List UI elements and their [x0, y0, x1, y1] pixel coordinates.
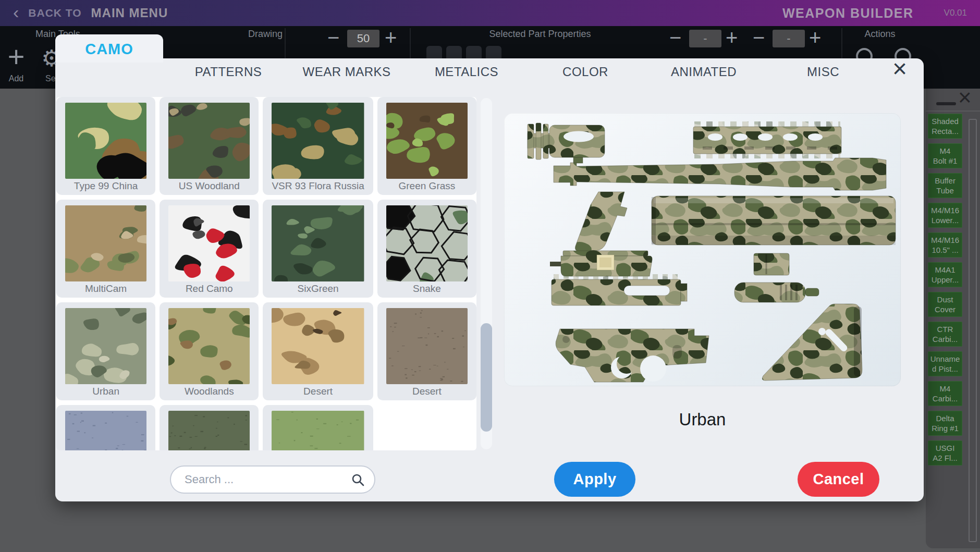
- pistol-grip-part[interactable]: [575, 192, 627, 251]
- buffer-tube-part[interactable]: [652, 196, 896, 245]
- close-icon[interactable]: ×: [884, 56, 915, 82]
- cancel-button[interactable]: Cancel: [798, 462, 879, 497]
- barrel-part[interactable]: [554, 158, 886, 190]
- part-button[interactable]: Buffer Tube: [928, 173, 962, 198]
- apply-button[interactable]: Apply: [554, 462, 635, 497]
- parts-panel-header: ×: [926, 89, 980, 112]
- prop1-decrease-button[interactable]: −: [669, 27, 681, 48]
- part-button[interactable]: M4/M16 10.5" ...: [928, 232, 962, 257]
- camo-tile-label: Desert: [272, 386, 364, 397]
- part-button[interactable]: M4A1 Upper...: [928, 262, 962, 287]
- search-icon[interactable]: [351, 473, 365, 487]
- camo-tile-label: Woodlands: [168, 386, 250, 397]
- grid-scrollbar-thumb[interactable]: [481, 323, 492, 432]
- camo-swatch: [168, 411, 250, 450]
- part-button[interactable]: Unname d Pist...: [928, 351, 962, 376]
- camo-swatch: [65, 411, 146, 450]
- prop1-value[interactable]: -: [689, 30, 721, 47]
- prop1-increase-button[interactable]: +: [726, 27, 738, 48]
- tab-wear-marks[interactable]: WEAR MARKS: [289, 63, 404, 81]
- rail-handguard-part[interactable]: [693, 124, 841, 156]
- part-button[interactable]: USGI A2 Fl...: [928, 440, 962, 465]
- back-chevron-icon[interactable]: ‹: [13, 4, 19, 20]
- camo-swatch: [168, 205, 250, 281]
- tab-patterns[interactable]: PATTERNS: [171, 63, 286, 81]
- part-button[interactable]: M4 Bolt #1: [928, 143, 962, 168]
- ctr-stock-part[interactable]: [762, 304, 862, 381]
- camo-tile[interactable]: Red Camo: [160, 200, 259, 298]
- upper-receiver-part[interactable]: [550, 251, 652, 276]
- dust-cover-part[interactable]: [754, 253, 789, 275]
- camo-tile[interactable]: Woodlands: [160, 302, 259, 400]
- properties-label: Selected Part Properties: [483, 29, 597, 40]
- camo-tile[interactable]: [263, 405, 373, 450]
- camo-swatch: [168, 103, 250, 179]
- part-button[interactable]: M4 Carbi...: [928, 381, 962, 406]
- top-bar: ‹ BACK TO MAIN MENU WEAPON BUILDER V0.01: [0, 0, 980, 26]
- camo-tile-label: Green Grass: [386, 180, 468, 192]
- camo-tile[interactable]: VSR 93 Flora Russia: [263, 97, 373, 195]
- lower-receiver-part[interactable]: [556, 329, 709, 382]
- camo-tile[interactable]: Snake: [377, 200, 476, 298]
- camo-preview-panel: [504, 113, 901, 386]
- prop2-increase-button[interactable]: +: [809, 27, 821, 48]
- main-menu-link[interactable]: MAIN MENU: [91, 6, 168, 20]
- part-button[interactable]: Delta Ring #1: [928, 411, 962, 436]
- camo-swatch: [272, 308, 364, 384]
- camo-tile[interactable]: SixGreen: [263, 200, 373, 298]
- tab-animated[interactable]: ANIMATED: [646, 63, 761, 81]
- camo-tile[interactable]: Desert: [377, 302, 476, 400]
- add-label: Add: [4, 74, 28, 83]
- camo-grid: Type 99 China US Woodland VSR 93 Flora R…: [56, 97, 476, 450]
- camo-tile[interactable]: Green Grass: [377, 97, 476, 195]
- prop2-value[interactable]: -: [773, 30, 805, 47]
- camo-tile-label: Desert: [386, 386, 468, 397]
- part-button[interactable]: Dust Cover: [928, 292, 962, 317]
- weapon-builder-screen: ‹ BACK TO MAIN MENU WEAPON BUILDER V0.01…: [0, 0, 980, 552]
- delta-ring-part[interactable]: [734, 283, 819, 302]
- camo-tile[interactable]: US Woodland: [160, 97, 259, 195]
- back-to-label[interactable]: BACK TO: [28, 7, 81, 19]
- camo-tile[interactable]: Desert: [263, 302, 373, 400]
- camo-swatch: [168, 308, 250, 384]
- camo-swatch: [386, 205, 468, 281]
- version-label: V0.01: [944, 8, 967, 18]
- drawing-value[interactable]: 50: [347, 30, 379, 47]
- camo-swatch: [272, 103, 364, 179]
- part-button[interactable]: M4/M16 Lower...: [928, 203, 962, 228]
- selected-pattern-name: Urban: [504, 410, 901, 430]
- part-button[interactable]: CTR Carbi...: [928, 322, 962, 347]
- add-icon[interactable]: +: [4, 40, 28, 73]
- parts-panel: × Shaded Recta...M4 Bolt #1Buffer TubeM4…: [926, 89, 980, 548]
- camo-tile[interactable]: Type 99 China: [56, 97, 155, 195]
- camo-swatch: [272, 411, 364, 450]
- prop2-decrease-button[interactable]: −: [753, 27, 765, 48]
- camo-tile[interactable]: Urban: [56, 302, 155, 400]
- panel-close-icon[interactable]: ×: [958, 84, 972, 111]
- minimize-icon[interactable]: [936, 102, 956, 105]
- tab-camo-active[interactable]: CAMO: [55, 34, 163, 63]
- camo-tile-label: Type 99 China: [65, 180, 146, 192]
- camo-swatch: [65, 205, 146, 281]
- rail-receiver-part[interactable]: [552, 277, 687, 305]
- camo-swatch: [386, 103, 468, 179]
- camo-tile[interactable]: [56, 405, 155, 450]
- search-input[interactable]: [183, 468, 350, 492]
- muzzle-brake-part[interactable]: [528, 123, 605, 163]
- camo-swatch: [386, 308, 468, 384]
- search-box: [170, 465, 375, 494]
- app-title: WEAPON BUILDER: [782, 6, 914, 21]
- camo-tile-label: Snake: [386, 283, 468, 295]
- drawing-decrease-button[interactable]: −: [327, 27, 339, 48]
- camo-tile[interactable]: MultiCam: [56, 200, 155, 298]
- grid-scrollbar-track[interactable]: [481, 98, 492, 449]
- drawing-increase-button[interactable]: +: [385, 27, 397, 48]
- part-button[interactable]: Shaded Recta...: [928, 114, 962, 139]
- tab-misc[interactable]: MISC: [766, 63, 880, 81]
- camo-tile-label: Red Camo: [168, 283, 250, 295]
- camo-tile[interactable]: [160, 405, 259, 450]
- weapon-parts-preview: [504, 113, 901, 386]
- parts-scrollbar[interactable]: [969, 119, 977, 542]
- tab-metalics[interactable]: METALICS: [409, 63, 524, 81]
- tab-color[interactable]: COLOR: [528, 63, 643, 81]
